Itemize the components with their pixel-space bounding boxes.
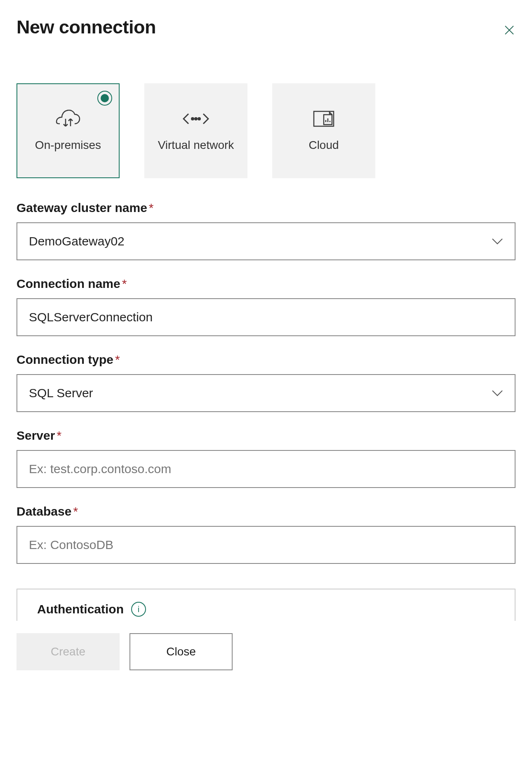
gateway-cluster-value: DemoGateway02 — [29, 234, 125, 248]
radio-selected-icon — [97, 91, 112, 106]
cloud-sync-icon — [56, 108, 80, 129]
page-title: New connection — [16, 16, 156, 38]
svg-point-2 — [192, 118, 194, 120]
close-icon[interactable] — [503, 24, 516, 36]
authentication-label: Authentication — [37, 602, 124, 616]
connection-type-selector: On-premises Virtual network Clo — [16, 83, 516, 178]
svg-point-3 — [195, 118, 197, 120]
connection-type-value: SQL Server — [29, 386, 93, 400]
connection-name-label: Connection name* — [16, 277, 516, 291]
network-icon — [183, 108, 209, 129]
connection-name-input[interactable] — [16, 298, 516, 336]
server-input[interactable] — [16, 450, 516, 488]
gateway-cluster-select[interactable]: DemoGateway02 — [16, 222, 516, 260]
svg-point-4 — [198, 118, 200, 120]
type-card-label: Cloud — [308, 137, 339, 153]
authentication-section: Authentication i — [16, 589, 516, 621]
server-label: Server* — [16, 429, 516, 443]
chevron-down-icon — [492, 238, 503, 245]
cloud-report-icon — [312, 108, 335, 129]
type-card-label: On-premises — [35, 137, 101, 153]
connection-type-label: Connection type* — [16, 353, 516, 367]
type-card-virtual-network[interactable]: Virtual network — [144, 83, 247, 178]
create-button[interactable]: Create — [16, 633, 120, 670]
database-input[interactable] — [16, 526, 516, 564]
type-card-label: Virtual network — [158, 137, 234, 153]
type-card-cloud[interactable]: Cloud — [272, 83, 375, 178]
info-icon[interactable]: i — [131, 602, 146, 617]
gateway-cluster-label: Gateway cluster name* — [16, 201, 516, 215]
connection-type-select[interactable]: SQL Server — [16, 374, 516, 412]
type-card-on-premises[interactable]: On-premises — [16, 83, 120, 178]
database-label: Database* — [16, 504, 516, 518]
close-button[interactable]: Close — [129, 633, 233, 670]
chevron-down-icon — [492, 390, 503, 396]
